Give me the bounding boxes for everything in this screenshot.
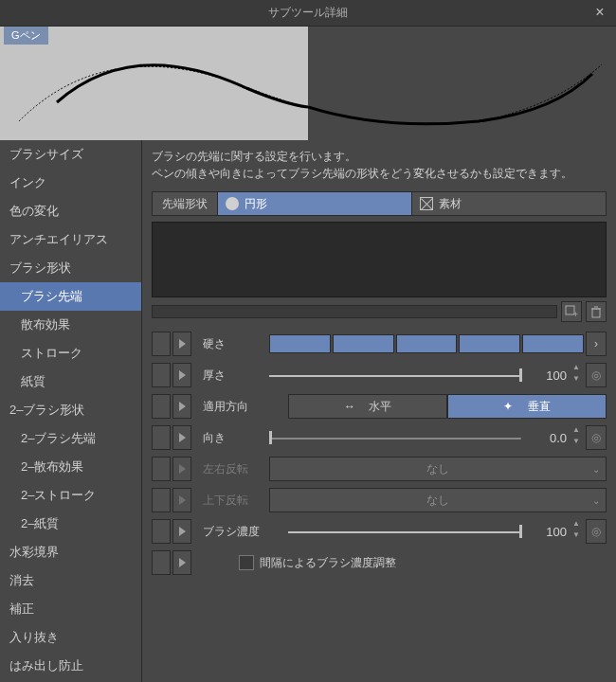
thickness-dynamics-button[interactable]: ◎ — [586, 363, 607, 387]
brush-name-tab[interactable]: Gペン — [4, 27, 48, 45]
titlebar: サブツール詳細 × — [0, 0, 616, 27]
horizontal-icon: ↔ — [344, 400, 363, 413]
material-icon — [420, 197, 433, 210]
sidebar-item-erase[interactable]: 消去 — [0, 566, 141, 595]
orientation-dynamics-button[interactable]: ◎ — [586, 425, 607, 450]
panel-description: ブラシの先端に関する設定を行います。 ペンの傾きや向きによってブラシ先端の形状を… — [152, 148, 607, 182]
thickness-show-toggle[interactable] — [152, 363, 171, 387]
chevron-down-icon: ⌄ — [592, 495, 600, 506]
orientation-expand-toggle[interactable] — [172, 425, 191, 450]
density-dynamics-button[interactable]: ◎ — [586, 519, 607, 544]
density-interval-checkbox[interactable] — [239, 555, 254, 570]
density-interval-expand-toggle[interactable] — [172, 550, 191, 575]
orientation-label: 向き — [193, 430, 269, 446]
thickness-value[interactable]: 100 — [521, 368, 569, 383]
sidebar-item-brush-shape[interactable]: ブラシ形状 — [0, 254, 141, 282]
delete-tip-button[interactable] — [586, 301, 607, 322]
hardness-show-toggle[interactable] — [152, 332, 171, 356]
tip-shape-material-option[interactable]: 素材 — [412, 191, 607, 216]
chevron-down-icon: ⌄ — [592, 464, 600, 475]
flip-h-dropdown[interactable]: なし ⌄ — [269, 457, 607, 481]
orientation-slider[interactable] — [269, 428, 521, 447]
orientation-row: 向き 0.0 ▲▼ ◎ — [152, 423, 607, 452]
sidebar-item-texture[interactable]: 紙質 — [0, 368, 141, 396]
thickness-expand-toggle[interactable] — [172, 363, 191, 387]
window-title: サブツール詳細 — [268, 5, 348, 21]
density-row: ブラシ濃度 100 ▲▼ ◎ — [152, 517, 607, 546]
flip-v-label: 上下反転 — [193, 493, 269, 509]
desc-line-1: ブラシの先端に関する設定を行います。 — [152, 148, 607, 165]
density-value[interactable]: 100 — [521, 525, 569, 539]
svg-text:+: + — [573, 310, 578, 318]
sidebar-item-brush-shape-2[interactable]: 2–ブラシ形状 — [0, 396, 141, 424]
sidebar-item-overflow[interactable]: はみ出し防止 — [0, 652, 141, 680]
close-icon[interactable]: × — [591, 4, 608, 21]
tip-shape-label: 先端形状 — [152, 191, 218, 216]
brush-preview: Gペン — [0, 27, 616, 140]
thickness-row: 厚さ 100 ▲▼ ◎ — [152, 361, 607, 389]
tip-shape-material-label: 素材 — [439, 196, 462, 212]
settings-panel: ブラシの先端に関する設定を行います。 ペンの傾きや向きによってブラシ先端の形状を… — [142, 140, 616, 682]
flip-v-row: 上下反転 なし ⌄ — [152, 486, 607, 514]
sidebar-item-correction[interactable]: 補正 — [0, 595, 141, 623]
sidebar-item-texture-2[interactable]: 2–紙質 — [0, 510, 141, 538]
add-tip-button[interactable]: + — [561, 301, 582, 322]
density-slider[interactable] — [288, 522, 521, 541]
density-show-toggle[interactable] — [152, 519, 171, 544]
density-spinner[interactable]: ▲▼ — [569, 520, 584, 543]
sidebar-item-spray-2[interactable]: 2–散布効果 — [0, 453, 141, 481]
thickness-spinner[interactable]: ▲▼ — [569, 364, 584, 386]
thickness-slider[interactable] — [269, 366, 521, 385]
desc-line-2: ペンの傾きや向きによってブラシ先端の形状をどう変化させるかも設定できます。 — [152, 165, 607, 182]
direction-apply-row: 適用方向 ↔ 水平 ✦ 垂直 — [152, 392, 607, 421]
density-interval-show-toggle[interactable] — [152, 550, 171, 575]
sidebar-item-brush-tip[interactable]: ブラシ先端 — [0, 282, 141, 311]
svg-rect-2 — [592, 309, 600, 317]
density-interval-row: 間隔によるブラシ濃度調整 — [152, 548, 607, 577]
sidebar-item-antialias[interactable]: アンチエイリアス — [0, 225, 141, 254]
flip-v-show-toggle[interactable] — [152, 488, 171, 512]
orientation-spinner[interactable]: ▲▼ — [569, 426, 584, 449]
direction-show-toggle[interactable] — [152, 394, 171, 419]
hardness-stepper[interactable] — [269, 334, 584, 353]
tip-shape-selector: 先端形状 円形 素材 — [152, 191, 607, 216]
tip-shape-circle-option[interactable]: 円形 — [218, 191, 412, 216]
density-expand-toggle[interactable] — [172, 519, 191, 544]
sidebar-item-color-change[interactable]: 色の変化 — [0, 197, 141, 225]
sidebar-item-brush-tip-2[interactable]: 2–ブラシ先端 — [0, 424, 141, 453]
sidebar-item-watercolor[interactable]: 水彩境界 — [0, 538, 141, 566]
flip-h-expand-toggle[interactable] — [172, 457, 191, 481]
direction-vertical-label: 垂直 — [528, 399, 551, 415]
flip-h-row: 左右反転 なし ⌄ — [152, 455, 607, 483]
sidebar-item-ink[interactable]: インク — [0, 169, 141, 197]
thickness-label: 厚さ — [193, 368, 269, 384]
hardness-row: 硬さ › — [152, 330, 607, 358]
orientation-show-toggle[interactable] — [152, 425, 171, 450]
flip-h-value: なし — [426, 461, 449, 477]
thumbnail-toolbar: + — [152, 299, 607, 324]
hardness-label: 硬さ — [193, 336, 269, 352]
vertical-icon: ✦ — [503, 400, 522, 413]
direction-horizontal-button[interactable]: ↔ 水平 — [288, 394, 447, 419]
direction-expand-toggle[interactable] — [172, 394, 191, 419]
density-interval-label: 間隔によるブラシ濃度調整 — [260, 555, 396, 571]
thumbnail-scrollbar[interactable] — [152, 305, 557, 318]
flip-v-expand-toggle[interactable] — [172, 488, 191, 512]
direction-vertical-button[interactable]: ✦ 垂直 — [447, 394, 607, 419]
tip-thumbnail-strip[interactable] — [152, 222, 607, 297]
hardness-more-button[interactable]: › — [586, 332, 607, 356]
category-sidebar: ブラシサイズ インク 色の変化 アンチエイリアス ブラシ形状 ブラシ先端 散布効… — [0, 140, 142, 682]
flip-h-show-toggle[interactable] — [152, 457, 171, 481]
flip-v-value: なし — [426, 493, 449, 509]
sidebar-item-stroke-2[interactable]: 2–ストローク — [0, 481, 141, 510]
sidebar-item-spray[interactable]: 散布効果 — [0, 311, 141, 339]
flip-v-dropdown[interactable]: なし ⌄ — [269, 488, 607, 512]
direction-horizontal-label: 水平 — [369, 399, 391, 415]
sidebar-item-brush-size[interactable]: ブラシサイズ — [0, 140, 141, 169]
density-label: ブラシ濃度 — [193, 524, 288, 540]
sidebar-item-stroke[interactable]: ストローク — [0, 339, 141, 368]
orientation-value[interactable]: 0.0 — [521, 431, 569, 445]
tip-shape-circle-label: 円形 — [245, 196, 267, 212]
sidebar-item-in-out[interactable]: 入り抜き — [0, 623, 141, 652]
hardness-expand-toggle[interactable] — [172, 332, 191, 356]
